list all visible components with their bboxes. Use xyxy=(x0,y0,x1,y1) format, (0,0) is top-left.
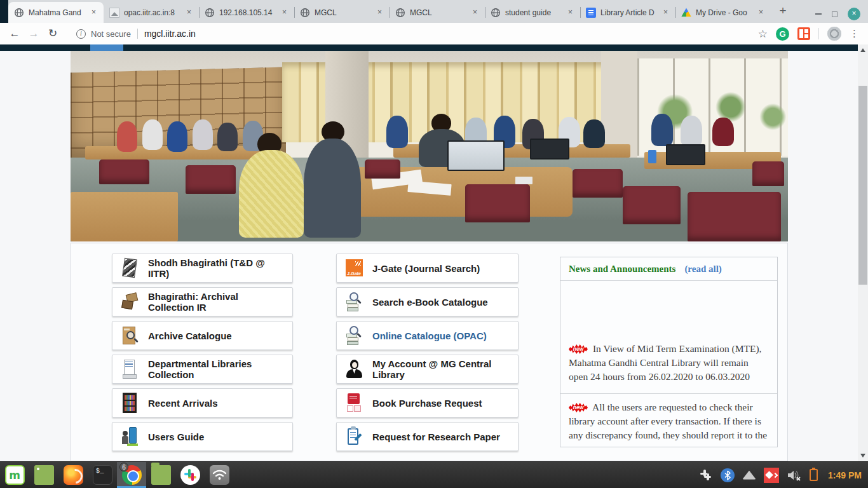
reload-button[interactable]: ↻ xyxy=(43,24,62,43)
bluetooth-icon[interactable] xyxy=(721,468,735,482)
close-icon[interactable]: × xyxy=(470,7,480,18)
scroll-up-button[interactable] xyxy=(860,48,865,52)
link-button-opac[interactable]: Online Catalogue (OPAC) xyxy=(336,321,519,350)
mint-menu-button[interactable]: m xyxy=(0,462,29,488)
link-button-departmental-libraries[interactable]: Departmental Libraries Collection xyxy=(112,355,293,384)
photo-bottle xyxy=(648,150,657,163)
close-icon[interactable]: × xyxy=(88,7,99,18)
scroll-down-button[interactable] xyxy=(860,454,865,458)
link-label: Online Catalogue (OPAC) xyxy=(372,330,487,341)
address-bar[interactable]: i Not secure mgcl.iitr.ac.in xyxy=(69,25,752,43)
link-button-bhagirathi-archival[interactable]: Bhagirathi: Archival Collection IR xyxy=(112,287,293,316)
new-tab-button[interactable]: + xyxy=(773,2,792,21)
window-minimize-button[interactable] xyxy=(815,13,822,15)
wifi-app-launcher[interactable] xyxy=(205,462,234,488)
window-close-button[interactable]: × xyxy=(848,8,860,20)
tab-label: My Drive - Goo xyxy=(696,8,756,17)
link-label: Bhagirathi: Archival Collection IR xyxy=(148,291,286,313)
link-button-archive-catalogue[interactable]: Archive Catalogue xyxy=(112,321,293,350)
link-label: Shodh Bhagirathi (T&D @ IITR) xyxy=(148,257,286,279)
wifi-icon xyxy=(210,465,229,485)
link-button-my-account[interactable]: My Account @ MG Central Library xyxy=(336,355,519,384)
tab-label: MGCL xyxy=(410,8,470,17)
bookmark-star-icon[interactable]: ☆ xyxy=(758,27,768,41)
slack-icon xyxy=(180,465,200,485)
anydesk-icon[interactable] xyxy=(764,468,779,483)
news-title: News and Announcements xyxy=(569,264,675,274)
link-label: Departmental Libraries Collection xyxy=(148,358,286,380)
tab-label: student guide xyxy=(505,8,565,17)
tab-ip-address[interactable]: 192.168.105.14 × xyxy=(199,2,294,23)
read-all-link[interactable]: (read all) xyxy=(684,264,721,274)
chrome-launcher[interactable]: 6 xyxy=(117,462,146,488)
link-button-book-purchase[interactable]: Book Purchase Request xyxy=(336,388,519,417)
close-icon[interactable]: × xyxy=(184,7,194,18)
close-icon[interactable]: × xyxy=(279,7,290,18)
google-docs-icon xyxy=(586,8,596,18)
browser-menu-icon[interactable]: ⋮ xyxy=(850,28,859,39)
file-manager-launcher[interactable] xyxy=(146,462,175,488)
network-wifi-icon[interactable] xyxy=(742,470,756,480)
link-label: Recent Arrivals xyxy=(148,398,218,409)
tab-manager-extension-icon[interactable] xyxy=(797,27,810,40)
photo-chair xyxy=(573,169,623,198)
tab-mgcl-2[interactable]: MGCL × xyxy=(390,2,485,23)
profile-avatar[interactable] xyxy=(827,27,841,41)
back-button[interactable]: ← xyxy=(5,24,24,43)
link-button-ebook-catalogue[interactable]: Search e-Book Catalogue xyxy=(336,287,519,316)
tab-label: opac.iitr.ac.in:8 xyxy=(124,8,184,17)
photo-person xyxy=(583,119,605,148)
tab-library-article[interactable]: Library Article D × xyxy=(580,2,675,23)
toolbar-right: ☆ G ⋮ xyxy=(758,27,863,41)
globe-icon xyxy=(300,8,310,18)
photo-person xyxy=(117,121,137,152)
link-button-jgate[interactable]: J-Gate J-Gate (Journal Search) xyxy=(336,254,519,283)
link-label: Archive Catalogue xyxy=(148,330,232,341)
photo-chair xyxy=(465,184,530,222)
system-tray: 1:49 PM xyxy=(699,468,868,483)
tab-mahatma-gandhi-library[interactable]: Mahatma Gand × xyxy=(8,2,104,23)
volume-muted-icon[interactable] xyxy=(787,469,802,482)
forward-button[interactable]: → xyxy=(24,24,43,43)
photo-laptop xyxy=(530,139,569,159)
link-column-left: Shodh Bhagirathi (T&D @ IITR) Bhagirathi… xyxy=(112,254,293,456)
active-nav-indicator[interactable] xyxy=(90,44,123,51)
close-icon[interactable]: × xyxy=(660,7,671,18)
close-icon[interactable]: × xyxy=(374,7,385,18)
battery-icon[interactable] xyxy=(810,469,818,481)
link-button-recent-arrivals[interactable]: Recent Arrivals xyxy=(112,388,293,417)
grammarly-extension-icon[interactable]: G xyxy=(776,27,789,41)
close-icon[interactable]: × xyxy=(756,7,766,18)
scrollbar[interactable] xyxy=(858,44,868,461)
book-search-icon xyxy=(346,325,363,346)
tab-opac[interactable]: opac.iitr.ac.in:8 × xyxy=(104,2,199,23)
slack-tray-icon[interactable] xyxy=(699,468,713,482)
globe-icon xyxy=(491,8,501,18)
show-desktop-button[interactable] xyxy=(29,462,58,488)
scroll-thumb[interactable] xyxy=(858,86,867,285)
window-restore-button[interactable] xyxy=(832,11,837,17)
photo-table xyxy=(71,192,178,241)
link-button-shodh-bhagirathi[interactable]: Shodh Bhagirathi (T&D @ IITR) xyxy=(112,254,293,283)
guide-kiosk-icon xyxy=(121,426,139,447)
new-badge: new xyxy=(569,344,588,354)
photo-chair xyxy=(623,186,680,224)
firefox-launcher[interactable] xyxy=(58,462,88,488)
link-button-users-guide[interactable]: Users Guide xyxy=(112,422,293,451)
link-button-research-paper[interactable]: Request for Research Paper xyxy=(336,422,519,451)
slack-launcher[interactable] xyxy=(175,462,205,488)
url-text[interactable]: mgcl.iitr.ac.in xyxy=(144,29,196,39)
tab-student-guide[interactable]: student guide × xyxy=(485,2,580,23)
tab-my-drive[interactable]: My Drive - Goo × xyxy=(675,2,771,23)
taskbar: m $_ 6 xyxy=(0,461,868,488)
terminal-launcher[interactable]: $_ xyxy=(88,462,117,488)
link-label: Book Purchase Request xyxy=(372,398,482,409)
taskbar-clock[interactable]: 1:49 PM xyxy=(828,470,862,480)
close-icon[interactable]: × xyxy=(565,7,576,18)
terminal-icon: $_ xyxy=(93,465,112,485)
info-icon[interactable]: i xyxy=(76,29,86,39)
link-label: Users Guide xyxy=(148,431,204,442)
desktop-icon xyxy=(34,465,54,485)
tab-mgcl-1[interactable]: MGCL × xyxy=(294,2,390,23)
photo-chair xyxy=(688,192,781,241)
